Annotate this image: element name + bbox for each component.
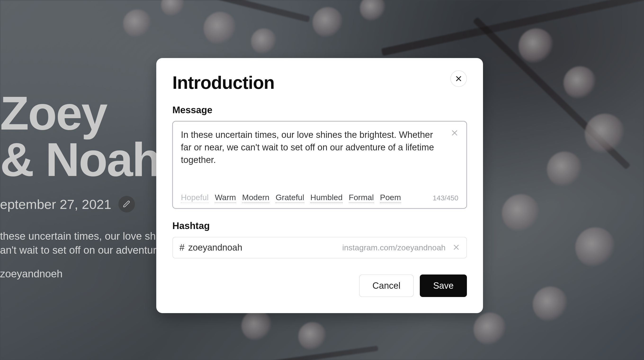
tone-hopeful[interactable]: Hopeful xyxy=(181,193,208,203)
tone-warm[interactable]: Warm xyxy=(215,193,236,203)
save-button[interactable]: Save xyxy=(420,274,467,297)
tone-formal[interactable]: Formal xyxy=(349,193,374,203)
tone-humbled[interactable]: Humbled xyxy=(310,193,342,203)
tone-poem[interactable]: Poem xyxy=(380,193,401,203)
tone-grateful[interactable]: Grateful xyxy=(276,193,304,203)
clear-message-button[interactable] xyxy=(451,129,458,138)
message-textarea[interactable] xyxy=(181,128,444,186)
hashtag-field[interactable]: # instagram.com/zoeyandnoah xyxy=(172,237,467,258)
cancel-button[interactable]: Cancel xyxy=(359,274,414,297)
hero-hashtag: zoeyandnoeh xyxy=(0,268,182,280)
hero-panel: Zoey & Noah eptember 27, 2021 these unce… xyxy=(0,90,182,280)
introduction-modal: Introduction Message Hopeful Warm Modern… xyxy=(156,58,483,313)
clear-hashtag-button[interactable] xyxy=(453,244,460,252)
close-button[interactable] xyxy=(450,70,467,87)
message-field[interactable]: Hopeful Warm Modern Grateful Humbled For… xyxy=(172,121,467,209)
close-icon xyxy=(455,75,462,82)
modal-actions: Cancel Save xyxy=(172,274,467,297)
close-icon xyxy=(451,129,458,137)
hashtag-label: Hashtag xyxy=(172,220,467,231)
hashtag-input[interactable] xyxy=(188,242,338,253)
hero-date: eptember 27, 2021 xyxy=(0,196,111,212)
hero-name-line2: & Noah xyxy=(0,136,182,183)
hero-description: these uncertain times, our love shines a… xyxy=(0,229,182,257)
tone-modern[interactable]: Modern xyxy=(242,193,270,203)
modal-title: Introduction xyxy=(172,72,274,93)
hash-symbol: # xyxy=(180,242,184,253)
pencil-icon xyxy=(123,200,130,208)
tone-suggestions: Hopeful Warm Modern Grateful Humbled For… xyxy=(181,193,401,203)
edit-hero-button[interactable] xyxy=(118,196,135,212)
hashtag-url-preview: instagram.com/zoeyandnoah xyxy=(342,243,446,252)
close-icon xyxy=(453,244,460,251)
message-label: Message xyxy=(172,105,467,115)
character-count: 143/450 xyxy=(433,194,458,202)
hero-name-line1: Zoey xyxy=(0,90,182,136)
